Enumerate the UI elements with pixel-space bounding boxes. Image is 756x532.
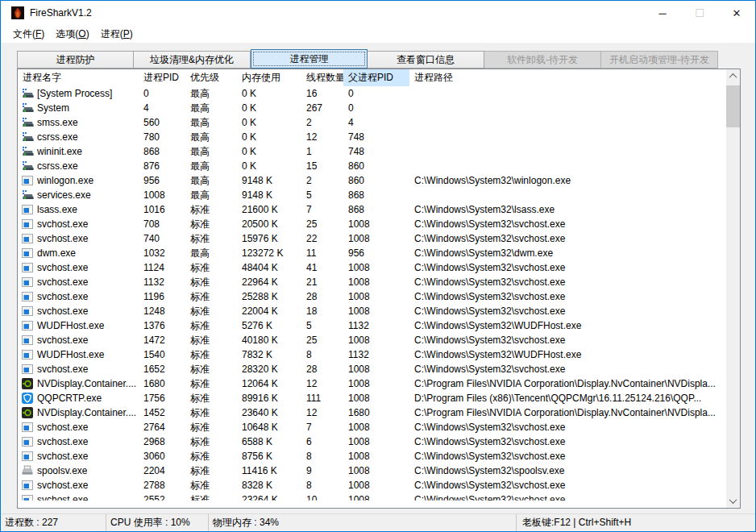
table-row[interactable]: csrss.exe 876 最高 0 K 15 860 xyxy=(18,159,726,173)
process-priority: 标准 xyxy=(185,463,237,478)
nvidia-icon xyxy=(22,407,34,418)
table-row[interactable]: svchost.exe 2788 标准 8328 K 8 1008 C:\Win… xyxy=(18,478,726,493)
process-threads: 5 xyxy=(301,318,343,333)
process-name: svchost.exe xyxy=(37,217,88,231)
process-priority: 标准 xyxy=(185,217,237,231)
process-name: csrss.exe xyxy=(37,159,78,173)
menu-file[interactable]: 文件(F) xyxy=(7,26,50,43)
table-row[interactable]: svchost.exe 2552 标准 23264 K 10 1008 C:\W… xyxy=(18,493,726,507)
table-row[interactable]: svchost.exe 1196 标准 25288 K 28 1008 C:\W… xyxy=(18,289,726,304)
table-row[interactable]: svchost.exe 1124 标准 48404 K 41 1008 C:\W… xyxy=(18,260,726,275)
process-path: C:\Windows\System32\winlogon.exe xyxy=(409,173,726,188)
process-name: svchost.exe xyxy=(37,289,88,304)
column-header-pid[interactable]: 进程PID xyxy=(139,69,185,86)
table-row[interactable]: winlogon.exe 956 最高 9148 K 2 860 C:\Wind… xyxy=(18,173,726,188)
process-name: System xyxy=(37,101,69,115)
process-pid: 1124 xyxy=(139,260,185,275)
process-memory: 10648 K xyxy=(237,420,301,434)
process-name: winlogon.exe xyxy=(37,173,93,188)
table-row[interactable]: svchost.exe 2764 标准 10648 K 7 1008 C:\Wi… xyxy=(18,420,726,434)
close-button[interactable]: ✕ xyxy=(718,1,755,25)
table-row[interactable]: svchost.exe 1652 标准 28320 K 28 1008 C:\W… xyxy=(18,362,726,376)
process-priority: 标准 xyxy=(185,318,237,333)
process-path: C:\Windows\System32\lsass.exe xyxy=(409,202,726,217)
table-row[interactable]: [System Process] 0 最高 0 K 16 0 xyxy=(18,86,726,101)
table-row[interactable]: svchost.exe 3060 标准 8756 K 8 1008 C:\Win… xyxy=(18,449,726,463)
app-icon xyxy=(22,451,34,462)
process-memory: 11416 K xyxy=(237,463,301,478)
process-memory: 0 K xyxy=(237,115,301,130)
qq-icon xyxy=(22,393,34,404)
table-row[interactable]: WUDFHost.exe 1540 标准 7832 K 8 1132 C:\Wi… xyxy=(18,347,726,362)
process-pid: 1652 xyxy=(139,362,185,376)
column-header-priority[interactable]: 优先级 xyxy=(185,69,237,86)
column-header-memory[interactable]: 内存使用 xyxy=(237,69,301,86)
column-header-name[interactable]: 进程名字 xyxy=(18,69,139,86)
window-controls: ─ ☐ ✕ xyxy=(644,1,755,25)
scroll-up-icon[interactable] xyxy=(726,69,740,83)
app-icon xyxy=(22,436,34,447)
process-path: C:\Windows\System32\svchost.exe xyxy=(409,434,726,449)
process-pid: 1008 xyxy=(139,188,185,202)
maximize-button: ☐ xyxy=(681,1,718,25)
table-row[interactable]: QQPCRTP.exe 1756 标准 89916 K 111 1008 D:\… xyxy=(18,391,726,405)
process-threads: 41 xyxy=(301,260,343,275)
table-row[interactable]: NVDisplay.Container.... 1680 标准 12064 K … xyxy=(18,376,726,391)
app-icon xyxy=(22,218,34,230)
process-threads: 16 xyxy=(301,86,343,101)
process-path xyxy=(409,188,726,202)
table-row[interactable]: svchost.exe 1472 标准 40180 K 25 1008 C:\W… xyxy=(18,333,726,347)
app-icon xyxy=(22,276,34,288)
column-header-parent-pid[interactable]: 父进程PID xyxy=(343,69,409,86)
process-threads: 22 xyxy=(301,231,343,246)
minimize-button[interactable]: ─ xyxy=(644,1,681,25)
process-name: svchost.exe xyxy=(37,449,88,463)
scroll-down-icon[interactable] xyxy=(726,494,740,508)
process-threads: 111 xyxy=(301,391,343,405)
table-row[interactable]: System 4 最高 0 K 267 0 xyxy=(18,101,726,115)
tab-cleanup-memory[interactable]: 垃圾清理&内存优化 xyxy=(134,51,251,69)
process-pid: 780 xyxy=(139,130,185,144)
table-row[interactable]: svchost.exe 740 标准 15976 K 22 1008 C:\Wi… xyxy=(18,231,726,246)
column-header-path[interactable]: 进程路径 xyxy=(409,69,726,86)
process-threads: 2 xyxy=(301,115,343,130)
process-path xyxy=(409,159,726,173)
app-icon xyxy=(22,494,34,505)
process-pid: 560 xyxy=(139,115,185,130)
table-row[interactable]: services.exe 1008 最高 9148 K 5 868 xyxy=(18,188,726,202)
process-path: C:\Windows\System32\svchost.exe xyxy=(409,493,726,507)
table-header: 进程名字 进程PID 优先级 内存使用 线程数量 父进程PID 进程路径 xyxy=(18,69,726,86)
table-row[interactable]: NVDisplay.Container.... 1452 标准 23640 K … xyxy=(18,405,726,420)
process-name: QQPCRTP.exe xyxy=(37,391,102,405)
process-pid: 1376 xyxy=(139,318,185,333)
menu-process[interactable]: 进程(P) xyxy=(95,26,139,43)
tab-process-management[interactable]: 进程管理 xyxy=(251,49,368,69)
table-row[interactable]: smss.exe 560 最高 0 K 2 4 xyxy=(18,115,726,130)
process-name: svchost.exe xyxy=(37,304,88,318)
table-row[interactable]: svchost.exe 1248 标准 22004 K 18 1008 C:\W… xyxy=(18,304,726,318)
table-row[interactable]: WUDFHost.exe 1376 标准 5276 K 5 1132 C:\Wi… xyxy=(18,318,726,333)
vertical-scrollbar[interactable] xyxy=(726,69,740,508)
table-row[interactable]: dwm.exe 1032 最高 123272 K 11 956 C:\Windo… xyxy=(18,246,726,260)
status-boss-key: 老板键:F12 | Ctrl+Shift+H xyxy=(517,514,755,531)
process-memory: 48404 K xyxy=(237,260,301,275)
process-parent-pid: 748 xyxy=(343,130,409,144)
scrollbar-thumb[interactable] xyxy=(726,85,740,127)
tab-startup-manager: 开机启动项管理-待开发 xyxy=(601,51,718,69)
process-parent-pid: 0 xyxy=(343,101,409,115)
process-priority: 最高 xyxy=(185,246,237,260)
table-row[interactable]: svchost.exe 708 标准 20500 K 25 1008 C:\Wi… xyxy=(18,217,726,231)
table-row[interactable]: wininit.exe 868 最高 0 K 1 748 xyxy=(18,144,726,159)
menu-options[interactable]: 选项(O) xyxy=(50,26,94,43)
table-row[interactable]: svchost.exe 1132 标准 22964 K 21 1008 C:\W… xyxy=(18,275,726,289)
table-row[interactable]: svchost.exe 2968 标准 6588 K 6 1008 C:\Win… xyxy=(18,434,726,449)
process-parent-pid: 956 xyxy=(343,246,409,260)
process-threads: 12 xyxy=(301,405,343,420)
table-row[interactable]: csrss.exe 780 最高 0 K 12 748 xyxy=(18,130,726,144)
tab-process-protection[interactable]: 进程防护 xyxy=(17,51,134,69)
tab-window-info[interactable]: 查看窗口信息 xyxy=(368,51,484,69)
column-header-threads[interactable]: 线程数量 xyxy=(301,69,343,86)
process-parent-pid: 1008 xyxy=(343,217,409,231)
table-row[interactable]: lsass.exe 1016 标准 21600 K 7 868 C:\Windo… xyxy=(18,202,726,217)
table-row[interactable]: spoolsv.exe 2204 标准 11416 K 9 1008 C:\Wi… xyxy=(18,463,726,478)
